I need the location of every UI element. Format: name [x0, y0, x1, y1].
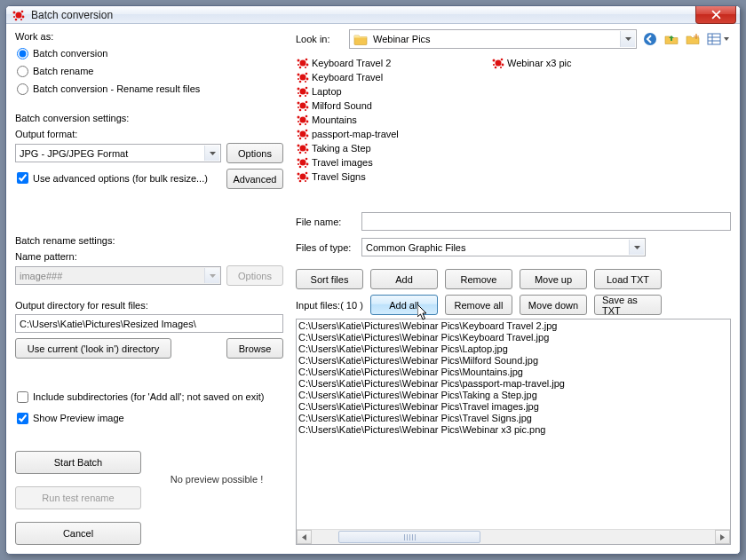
file-item[interactable]: Webinar x3 pic — [491, 56, 572, 70]
advanced-button[interactable]: Advanced — [226, 169, 283, 189]
file-item-label: Keyboard Travel — [312, 72, 383, 83]
file-item-label: passport-map-travel — [312, 129, 399, 139]
remove-all-button[interactable]: Remove all — [445, 295, 512, 315]
radio-batch-both[interactable]: Batch conversion - Rename result files — [17, 81, 283, 97]
options-button[interactable]: Options — [226, 143, 283, 163]
file-item[interactable]: Laptop — [296, 84, 491, 99]
include-subdirs-checkbox[interactable] — [17, 391, 28, 403]
list-item[interactable]: C:\Users\Katie\Pictures\Webinar Pics\Mou… — [298, 367, 728, 378]
svg-point-20 — [298, 64, 299, 66]
up-folder-icon[interactable] — [663, 31, 679, 47]
pattern-label: Name pattern: — [15, 251, 283, 262]
hscrollbar[interactable] — [297, 529, 730, 544]
radio-batch-conversion-input[interactable] — [17, 48, 28, 59]
svg-point-65 — [306, 158, 308, 161]
svg-point-62 — [298, 149, 299, 151]
list-item[interactable]: C:\Users\Katie\Pictures\Webinar Pics\Tra… — [298, 413, 728, 424]
name-pattern-value: image### — [20, 271, 62, 281]
browse-button[interactable]: Browse — [226, 338, 283, 359]
svg-point-6 — [13, 15, 15, 17]
list-item[interactable]: C:\Users\Katie\Pictures\Webinar Pics\pas… — [298, 378, 728, 390]
remove-button[interactable]: Remove — [445, 269, 512, 289]
filename-label: File name: — [296, 217, 361, 227]
view-menu-icon[interactable] — [706, 31, 731, 47]
titlebar[interactable]: Batch conversion — [6, 6, 740, 24]
svg-point-36 — [298, 102, 300, 105]
output-format-combo[interactable]: JPG - JPG/JPEG Format — [15, 144, 221, 162]
svg-point-79 — [501, 59, 504, 61]
file-item[interactable]: Travel Signs — [296, 170, 491, 184]
use-current-dir-button[interactable]: Use current ('look in') directory — [15, 338, 171, 359]
advanced-options-check[interactable]: Use advanced options (for bulk resize...… — [17, 170, 221, 186]
file-item[interactable]: Travel images — [296, 155, 491, 170]
svg-point-30 — [306, 87, 308, 90]
svg-point-18 — [299, 67, 302, 69]
show-preview-checkbox[interactable] — [17, 413, 28, 424]
list-item[interactable]: C:\Users\Katie\Pictures\Webinar Pics\Key… — [298, 332, 728, 343]
start-batch-button[interactable]: Start Batch — [15, 451, 141, 474]
advanced-options-checkbox[interactable] — [17, 172, 28, 184]
filetype-combo[interactable]: Common Graphic Files — [361, 238, 646, 256]
scroll-track[interactable] — [312, 530, 715, 544]
move-down-button[interactable]: Move down — [520, 295, 587, 315]
scroll-thumb[interactable] — [338, 531, 480, 543]
list-item[interactable]: C:\Users\Katie\Pictures\Webinar Pics\Web… — [298, 424, 728, 436]
scroll-right-icon[interactable] — [715, 530, 730, 544]
save-txt-button[interactable]: Save as TXT — [594, 295, 662, 315]
list-item[interactable]: C:\Users\Katie\Pictures\Webinar Pics\Key… — [298, 320, 728, 332]
file-item[interactable]: Keyboard Travel — [296, 70, 491, 84]
file-item[interactable]: Taking a Step — [296, 141, 491, 155]
outdir-input[interactable]: C:\Users\Katie\Pictures\Resized Images\ — [15, 314, 283, 333]
preview-box: No preview possible ! — [150, 438, 283, 545]
radio-batch-rename[interactable]: Batch rename — [17, 63, 283, 79]
svg-point-29 — [298, 88, 300, 91]
list-item[interactable]: C:\Users\Katie\Pictures\Webinar Pics\Mil… — [298, 355, 728, 367]
close-button[interactable] — [695, 6, 736, 24]
file-item[interactable]: passport-map-travel — [296, 127, 491, 141]
back-icon[interactable] — [642, 31, 658, 47]
new-folder-icon[interactable] — [685, 31, 701, 47]
file-browser-pane[interactable]: Keyboard Travel 2Keyboard TravelLaptopMi… — [296, 56, 731, 207]
svg-point-60 — [299, 152, 302, 154]
add-button[interactable]: Add — [370, 269, 438, 289]
file-item[interactable]: Milford Sound — [296, 99, 491, 113]
chevron-down-icon[interactable] — [629, 240, 644, 255]
scroll-left-icon[interactable] — [297, 530, 312, 544]
filename-input[interactable] — [361, 212, 731, 231]
load-txt-button[interactable]: Load TXT — [594, 269, 662, 289]
sort-files-button[interactable]: Sort files — [296, 269, 363, 289]
svg-point-51 — [306, 130, 308, 132]
svg-point-50 — [298, 130, 300, 133]
svg-point-40 — [305, 109, 306, 111]
svg-point-34 — [298, 92, 299, 94]
lookin-combo[interactable]: Webinar Pics — [349, 29, 637, 49]
radio-batch-both-input[interactable] — [17, 83, 28, 95]
file-item-label: Laptop — [312, 86, 342, 97]
list-item[interactable]: C:\Users\Katie\Pictures\Webinar Pics\Lap… — [298, 343, 728, 355]
svg-point-74 — [299, 180, 302, 183]
filetype-label: Files of type: — [296, 242, 361, 253]
include-subdirs-check[interactable]: Include subdirectories (for 'Add all'; n… — [17, 389, 283, 405]
svg-point-1 — [13, 11, 16, 13]
list-item[interactable]: C:\Users\Katie\Pictures\Webinar Pics\Tak… — [298, 390, 728, 401]
svg-point-81 — [495, 67, 497, 69]
file-item[interactable]: Mountains — [296, 113, 491, 127]
svg-point-46 — [299, 123, 302, 126]
radio-batch-conversion[interactable]: Batch conversion — [17, 45, 283, 61]
input-files-listbox[interactable]: C:\Users\Katie\Pictures\Webinar Pics\Key… — [296, 319, 731, 545]
show-preview-check[interactable]: Show Preview image — [17, 410, 283, 426]
svg-point-61 — [305, 152, 306, 154]
add-all-button[interactable]: Add all — [370, 295, 438, 315]
move-up-button[interactable]: Move up — [520, 269, 587, 289]
chevron-down-icon[interactable] — [204, 146, 219, 161]
svg-point-28 — [300, 89, 306, 95]
svg-point-59 — [306, 149, 309, 152]
cancel-button[interactable]: Cancel — [15, 522, 141, 545]
file-item[interactable]: Keyboard Travel 2 — [296, 56, 491, 70]
app-icon — [12, 8, 26, 22]
svg-point-69 — [298, 163, 299, 165]
list-item[interactable]: C:\Users\Katie\Pictures\Webinar Pics\Tra… — [298, 401, 728, 413]
radio-batch-rename-input[interactable] — [17, 66, 28, 77]
file-item-label: Milford Sound — [312, 100, 372, 111]
chevron-down-icon[interactable] — [620, 31, 635, 47]
